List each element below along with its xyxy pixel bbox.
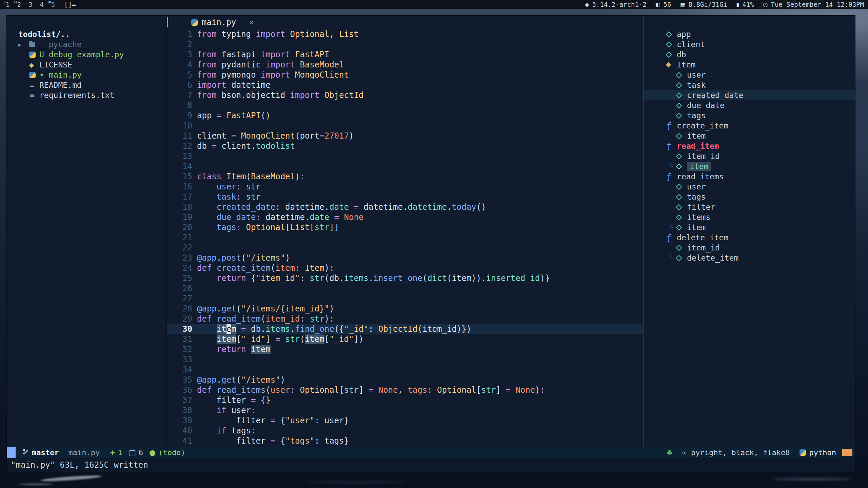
code-line-32[interactable]: 32 return item [167,344,643,354]
code-line-38[interactable]: 38 if user: [167,405,643,415]
code-line-18[interactable]: 18 created_date: datetime.date = datetim… [167,202,643,212]
code-line-16[interactable]: 16 user: str [167,182,643,192]
token [511,385,515,395]
code-line-30[interactable]: 30 item = db.items.find_one({"_id": Obje… [167,324,643,334]
outline-item[interactable]: └item [644,222,855,232]
code-line-23[interactable]: 23@app.post("/items") [167,253,643,263]
workspace-tag-3[interactable]: 3 [25,0,36,9]
code-line-7[interactable]: 7from bson.objectid import ObjectId [167,90,643,100]
code-line-25[interactable]: 25 return {"item_id": str(db.items.inser… [167,273,643,283]
code-line-37[interactable]: 37 filter = {} [167,395,643,405]
outline-tags[interactable]: tags [644,192,855,202]
code-line-14[interactable]: 14 [167,161,643,171]
token: = [275,334,280,344]
code-line-22[interactable]: 22 [167,243,643,253]
outline-item[interactable]: item [644,131,855,141]
code-line-19[interactable]: 19 due_date: datetime.date = None [167,212,643,222]
code-line-27[interactable]: 27 [167,293,643,304]
code-line-17[interactable]: 17 task: str [167,192,643,202]
token: "user" [285,416,315,425]
outline-item_id[interactable]: item_id [644,151,855,161]
outline-user[interactable]: user [644,182,855,192]
tab-main-py[interactable]: main.py × [191,18,254,27]
outline-tags[interactable]: tags [644,110,855,121]
code-line-15[interactable]: 15class Item(BaseModel): [167,171,643,182]
token: ( [246,172,251,181]
code-line-33[interactable]: 33 [167,354,643,365]
code-line-24[interactable]: 24def create_item(item: Item): [167,263,643,273]
tree-item-debug_example.py[interactable]: Udebug_example.py [18,49,166,60]
token: ( [300,334,304,344]
outline-created_date[interactable]: created_date [644,90,855,100]
outline-create_item[interactable]: ƒcreate_item [644,121,855,131]
layout-indicator[interactable]: []= [64,0,76,9]
code-line-28[interactable]: 28@app.get("/items/{item_id}") [167,304,643,314]
code-line-1[interactable]: 1from typing import Optional, List [167,29,643,39]
outline-read_items[interactable]: ƒread_items [644,171,855,182]
tree-item-main.py[interactable]: •main.py [18,70,166,80]
outline-user[interactable]: user [644,70,855,80]
code-editor[interactable]: 1from typing import Optional, List23from… [167,29,643,447]
token: = [271,436,275,446]
symbol-label: delete_item [677,233,728,242]
token: def [197,385,212,395]
token: ) [295,172,300,181]
outline-delete_item[interactable]: └delete_item [644,253,855,263]
code-line-26[interactable]: 26 [167,283,643,293]
tree-item-LICENSE[interactable]: ◆LICENSE [18,60,166,70]
code-line-40[interactable]: 40 if tags: [167,426,643,436]
outline-Item[interactable]: Item [644,60,855,70]
workspace-tag-4[interactable]: 4 [36,0,47,9]
token: Optional [300,385,339,395]
token: BaseModel [251,172,295,181]
workspace-tag-5[interactable]: 5 [47,0,59,9]
code-line-41[interactable]: 41 filter = {"tags": tags} [167,436,643,446]
tab-close-icon[interactable]: × [249,18,254,27]
code-line-13[interactable]: 13 [167,151,643,161]
outline-items[interactable]: items [644,212,855,222]
code-line-34[interactable]: 34 [167,365,643,375]
workspace-tag-2[interactable]: 2 [13,0,24,9]
outline-read_item[interactable]: ƒread_item [644,141,855,151]
code-line-2[interactable]: 2 [167,39,643,49]
outline-db[interactable]: db [644,49,855,60]
tree-item-requirements.txt[interactable]: ≡requirements.txt [18,90,166,100]
code-line-12[interactable]: 12db = client.todolist [167,141,643,151]
outline-client[interactable]: client [644,39,855,49]
token: it [217,324,226,334]
outline-due_date[interactable]: due_date [644,100,855,110]
code-line-3[interactable]: 3from fastapi import FastAPI [167,49,643,60]
outline-item_id[interactable]: item_id [644,243,855,253]
tree-item-README.md[interactable]: ≡README.md [18,80,166,90]
code-line-35[interactable]: 35@app.get("/items") [167,375,643,385]
code-line-39[interactable]: 39 filter = {"user": user} [167,415,643,426]
token: None [378,385,398,395]
function-icon: ƒ [667,142,671,150]
token [197,182,217,191]
code-line-21[interactable]: 21 [167,232,643,243]
code-line-29[interactable]: 29def read_item(item_id: str): [167,314,643,324]
code-line-31[interactable]: 31 item["_id"] = str(item["_id"]) [167,334,643,344]
code-line-5[interactable]: 5from pymongo import MongoClient [167,70,643,80]
outline-filter[interactable]: filter [644,202,855,212]
outline-item[interactable]: └item [644,161,855,171]
file-tree-root[interactable]: todolist/.. [18,29,166,39]
tree-item-__pycache__[interactable]: ▸__pycache__ [18,39,166,49]
code-line-8[interactable]: 8 [167,100,643,110]
outline-task[interactable]: task [644,80,855,90]
python-logo-icon [29,72,36,78]
code-line-36[interactable]: 36def read_items(user: Optional[str] = N… [167,385,643,395]
code-line-10[interactable]: 10 [167,121,643,131]
code-line-11[interactable]: 11client = MongoClient(port=27017) [167,131,643,141]
outline-app[interactable]: app [644,29,855,39]
code-line-4[interactable]: 4from pydantic import BaseModel [167,60,643,70]
token: import [290,90,320,100]
code-line-9[interactable]: 9app = FastAPI() [167,110,643,121]
code-line-6[interactable]: 6import datetime [167,80,643,90]
token [212,314,216,324]
code-text: class Item(BaseModel): [192,171,305,182]
outline-delete_item[interactable]: ƒdelete_item [644,232,855,243]
token: ObjectId [378,324,418,334]
workspace-tag-1[interactable]: 1 [2,0,13,9]
code-line-20[interactable]: 20 tags: Optional[List[str]] [167,222,643,232]
